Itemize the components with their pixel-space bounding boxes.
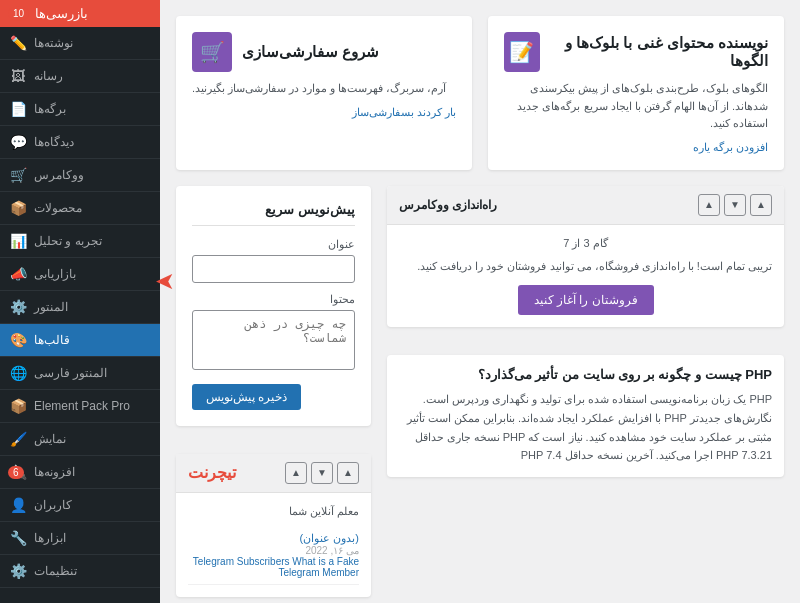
products-icon: 📦 bbox=[10, 200, 26, 216]
sidebar-item-mentor-fa[interactable]: المنتور فارسی 🌐 bbox=[0, 357, 160, 390]
plugins-badge: 6 bbox=[8, 466, 24, 479]
title-field: عنوان bbox=[192, 238, 355, 283]
appearance-icon: 🖌️ bbox=[10, 431, 26, 447]
php-article-desc: PHP یک زبان برنامه‌نویسی استفاده شده برا… bbox=[399, 390, 772, 465]
woo-nav-up-btn[interactable]: ▲ bbox=[750, 194, 772, 216]
sidebar-item-products[interactable]: محصولات 📦 bbox=[0, 192, 160, 225]
sidebar-label-settings: تنظیمات bbox=[34, 564, 77, 578]
tools-icon: 🔧 bbox=[10, 530, 26, 546]
card2-desc: آرم، سربرگ، فهرست‌ها و موارد در سفارشی‌س… bbox=[192, 80, 446, 98]
sidebar-label-media: رسانه bbox=[34, 69, 63, 83]
sidebar-label-posts: نوشته‌ها bbox=[34, 36, 73, 50]
blog-item-1-date: می ۱۶, 2022 bbox=[188, 545, 359, 556]
sidebar-label-appearance: نمایش bbox=[34, 432, 66, 446]
sidebar-item-users[interactable]: کاربران 👤 bbox=[0, 489, 160, 522]
card2-title: شروع سفارشی‌سازی bbox=[242, 43, 379, 61]
analytics-icon: 📊 bbox=[10, 233, 26, 249]
top-bar-badge: 10 bbox=[8, 6, 29, 21]
blog-nav-down-btn[interactable]: ▼ bbox=[311, 462, 333, 484]
blog-title: تیچرنت bbox=[188, 463, 236, 482]
sidebar-item-appearance[interactable]: نمایش 🖌️ bbox=[0, 423, 160, 456]
sidebar-label-plugins: افزونه‌ها bbox=[34, 465, 75, 479]
blog-header: ▲ ▼ ▲ تیچرنت bbox=[176, 454, 371, 493]
woo-start-btn[interactable]: فروشتان را آغاز کنید bbox=[518, 285, 654, 315]
woo-widget-desc: تریبی تمام است! با راه‌اندازی فروشگاه، م… bbox=[399, 258, 772, 276]
elementpack-icon: 📦 bbox=[10, 398, 26, 414]
sidebar-item-marketing[interactable]: بازاریابی 📣 bbox=[0, 258, 160, 291]
blog-nav-up-btn[interactable]: ▲ bbox=[337, 462, 359, 484]
sidebar-label-marketing: بازاریابی bbox=[34, 267, 76, 281]
title-label: عنوان bbox=[192, 238, 355, 251]
lower-row: ▲ ▼ ▲ راه‌اندازی ووکامرس گام 3 از 7 تریب… bbox=[176, 186, 784, 603]
top-bar-label: بازرسی‌ها bbox=[35, 6, 88, 21]
woo-step-indicator: گام 3 از 7 bbox=[399, 237, 772, 250]
main-content: نویسنده محتوای غنی با بلوک‌ها و الگوها 📝… bbox=[160, 0, 800, 603]
php-article-title: PHP چیست و چگونه بر روی سایت من تأثیر می… bbox=[399, 367, 772, 382]
content-field: محتوا bbox=[192, 293, 355, 374]
right-col: ▲ ▼ ▲ راه‌اندازی ووکامرس گام 3 از 7 تریب… bbox=[387, 186, 784, 603]
card2-link[interactable]: بار کردند بسفارشی‌ساز bbox=[192, 106, 456, 119]
card1-desc: الگوهای بلوک، طرح‌بندی بلوک‌های از پیش ب… bbox=[504, 80, 768, 133]
posts-icon: ✏️ bbox=[10, 35, 26, 51]
sidebar-label-pages: برگه‌ها bbox=[34, 102, 66, 116]
content-editor-card: نویسنده محتوای غنی با بلوک‌ها و الگوها 📝… bbox=[488, 16, 784, 170]
blog-section: ▲ ▼ ▲ تیچرنت معلم آنلاین شما (بدون عنوان… bbox=[176, 454, 371, 597]
marketing-icon: 📣 bbox=[10, 266, 26, 282]
themes-icon: 🎨 bbox=[10, 332, 26, 348]
sidebar-item-analytics[interactable]: تجربه و تحلیل 📊 bbox=[0, 225, 160, 258]
sidebar-label-elementpack: Element Pack Pro bbox=[34, 399, 130, 413]
blog-nav: ▲ ▼ ▲ bbox=[285, 462, 359, 484]
blog-body: معلم آنلاین شما (بدون عنوان) می ۱۶, 2022… bbox=[176, 493, 371, 597]
sidebar-item-mentor[interactable]: المنتور ⚙️ bbox=[0, 291, 160, 324]
woo-icon: 🛒 bbox=[10, 167, 26, 183]
sidebar-item-tools[interactable]: ابزارها 🔧 bbox=[0, 522, 160, 555]
title-input[interactable] bbox=[192, 255, 355, 283]
woo-widget-header: ▲ ▼ ▲ راه‌اندازی ووکامرس bbox=[387, 186, 784, 225]
left-col: پیش‌نویس سریع عنوان محتوا ذخیره پیش‌نویس… bbox=[176, 186, 371, 603]
sidebar-item-media[interactable]: رسانه 🖼 bbox=[0, 60, 160, 93]
blog-logo: تیچرنت bbox=[188, 464, 236, 481]
sidebar-item-settings[interactable]: تنظیمات ⚙️ bbox=[0, 555, 160, 588]
mentor-fa-icon: 🌐 bbox=[10, 365, 26, 381]
sidebar-item-plugins[interactable]: افزونه‌ها 🔌 6 bbox=[0, 456, 160, 489]
sidebar-label-themes: قالب‌ها bbox=[34, 333, 70, 347]
media-icon: 🖼 bbox=[10, 68, 26, 84]
sidebar-label-mentor-fa: المنتور فارسی bbox=[34, 366, 107, 380]
card1-link[interactable]: افزودن برگه یاره bbox=[504, 141, 768, 154]
woo-nav-close-btn[interactable]: ▲ bbox=[698, 194, 720, 216]
sidebar-item-comments[interactable]: دیدگاه‌ها 💬 bbox=[0, 126, 160, 159]
sidebar-item-pages[interactable]: برگه‌ها 📄 bbox=[0, 93, 160, 126]
card1-header: نویسنده محتوای غنی با بلوک‌ها و الگوها 📝 bbox=[504, 32, 768, 72]
sidebar-item-woocommerce[interactable]: ووکامرس 🛒 bbox=[0, 159, 160, 192]
save-draft-btn[interactable]: ذخیره پیش‌نویس bbox=[192, 384, 301, 410]
content-label: محتوا bbox=[192, 293, 355, 306]
quick-post-section: پیش‌نویس سریع عنوان محتوا ذخیره پیش‌نویس bbox=[176, 186, 371, 426]
settings-icon: ⚙️ bbox=[10, 563, 26, 579]
pages-icon: 📄 bbox=[10, 101, 26, 117]
sidebar-item-posts[interactable]: نوشته‌ها ✏️ bbox=[0, 27, 160, 60]
sidebar-item-elementpack[interactable]: Element Pack Pro 📦 bbox=[0, 390, 160, 423]
mentor-icon: ⚙️ bbox=[10, 299, 26, 315]
top-cards-row: نویسنده محتوای غنی با بلوک‌ها و الگوها 📝… bbox=[176, 16, 784, 170]
card2-header: شروع سفارشی‌سازی 🛒 bbox=[192, 32, 456, 72]
sidebar-item-themes[interactable]: قالب‌ها 🎨 bbox=[0, 324, 160, 357]
woo-nav-down-btn[interactable]: ▼ bbox=[724, 194, 746, 216]
red-arrow-indicator: ➤ bbox=[155, 268, 175, 296]
blog-item-1: (بدون عنوان) می ۱۶, 2022 Telegram Subscr… bbox=[188, 526, 359, 585]
sidebar: بازرسی‌ها 10 نوشته‌ها ✏️ رسانه 🖼 برگه‌ها… bbox=[0, 0, 160, 603]
sidebar-label-users: کاربران bbox=[34, 498, 72, 512]
content-textarea[interactable] bbox=[192, 310, 355, 370]
sidebar-top-bar: بازرسی‌ها 10 bbox=[0, 0, 160, 27]
blog-item-1-title[interactable]: Telegram Subscribers What is a Fake Tele… bbox=[188, 556, 359, 578]
sidebar-label-analytics: تجربه و تحلیل bbox=[34, 234, 102, 248]
sidebar-label-tools: ابزارها bbox=[34, 531, 66, 545]
blog-nav-close-btn[interactable]: ▲ bbox=[285, 462, 307, 484]
customizer-card: شروع سفارشی‌سازی 🛒 آرم، سربرگ، فهرست‌ها … bbox=[176, 16, 472, 170]
sidebar-label-mentor: المنتور bbox=[34, 300, 68, 314]
woo-setup-widget: ▲ ▼ ▲ راه‌اندازی ووکامرس گام 3 از 7 تریب… bbox=[387, 186, 784, 328]
woo-widget-body: گام 3 از 7 تریبی تمام است! با راه‌اندازی… bbox=[387, 225, 784, 328]
php-article: PHP چیست و چگونه بر روی سایت من تأثیر می… bbox=[387, 355, 784, 477]
sidebar-label-woo: ووکامرس bbox=[34, 168, 84, 182]
comments-icon: 💬 bbox=[10, 134, 26, 150]
woo-widget-title: راه‌اندازی ووکامرس bbox=[399, 198, 497, 212]
